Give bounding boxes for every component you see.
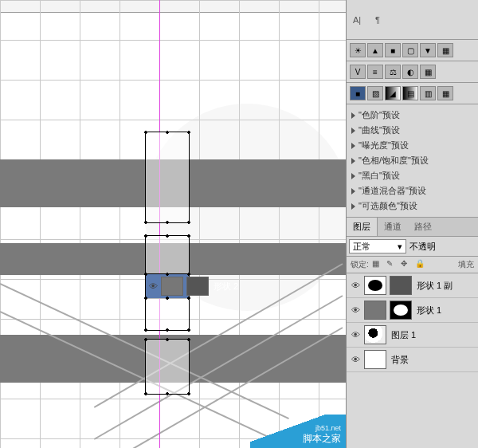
preset-item[interactable]: "可选颜色"预设: [347, 198, 478, 214]
visibility-eye-icon[interactable]: 👁: [350, 329, 361, 340]
adjustment-icon[interactable]: ■: [385, 43, 401, 57]
disclosure-triangle-icon: [351, 128, 355, 134]
collapsed-panel-tabs: A| ¶: [347, 0, 478, 40]
adjustments-row: V≡⚖◐▦: [347, 61, 478, 83]
preset-item[interactable]: "曝光度"预设: [347, 138, 478, 153]
layers-list: 👁形状 2👁形状 1 副👁形状 1👁图层 1👁背景: [347, 273, 478, 448]
panel-tab[interactable]: 通道: [378, 218, 408, 236]
layer-row[interactable]: 👁形状 1 副: [347, 273, 478, 298]
layer-mask-thumbnail[interactable]: [390, 276, 412, 295]
watermark-text: 脚本之家: [303, 432, 341, 446]
preset-label: "色阶"预设: [358, 109, 400, 121]
layer-thumbnail[interactable]: [364, 325, 386, 344]
fill-label: 填充: [458, 259, 474, 270]
panel-tab[interactable]: 图层: [347, 218, 378, 236]
adjustments-row: ■▨◢▤▥▦: [347, 83, 478, 104]
adjustment-presets: "色阶"预设"曲线"预设"曝光度"预设"色相/饱和度"预设"黑白"预设"通道混合…: [347, 104, 478, 218]
disclosure-triangle-icon: [351, 203, 355, 210]
preset-label: "曝光度"预设: [358, 140, 409, 151]
adjustment-icon[interactable]: ▨: [367, 86, 383, 100]
adjustment-icon[interactable]: ▦: [437, 86, 453, 100]
adjustment-icon[interactable]: V: [350, 65, 366, 79]
layer-thumbnail[interactable]: [364, 350, 386, 369]
panels-sidebar: A| ¶ ☀▲■▢▼▦ V≡⚖◐▦ ■▨◢▤▥▦ "色阶"预设"曲线"预设"曝光…: [346, 0, 478, 448]
watermark: jb51.net 脚本之家: [250, 415, 346, 448]
layer-row[interactable]: 👁图层 1: [347, 323, 478, 348]
layer-row[interactable]: 👁形状 1: [347, 298, 478, 323]
layer-thumbnail[interactable]: [364, 301, 386, 320]
lock-transparency-icon[interactable]: ▦: [372, 259, 383, 270]
adjustment-icon[interactable]: ▥: [420, 86, 436, 100]
preset-label: "可选颜色"预设: [358, 200, 417, 212]
adjustment-icon[interactable]: ▤: [402, 86, 418, 100]
lock-position-icon[interactable]: ✥: [401, 259, 412, 270]
disclosure-triangle-icon: [351, 112, 355, 119]
adjustment-icon[interactable]: ▦: [437, 43, 453, 57]
preset-item[interactable]: "黑白"预设: [347, 168, 478, 183]
disclosure-triangle-icon: [351, 173, 355, 179]
chevron-down-icon: ▾: [398, 242, 402, 252]
character-panel-icon[interactable]: A|: [349, 12, 365, 28]
shape-selection[interactable]: [145, 132, 190, 223]
disclosure-triangle-icon: [351, 158, 355, 164]
layer-name[interactable]: 图层 1: [391, 329, 416, 341]
lock-all-icon[interactable]: 🔒: [415, 259, 426, 270]
adjustment-icon[interactable]: ■: [350, 86, 366, 100]
layer-name[interactable]: 形状 1 副: [417, 280, 453, 292]
panel-tab[interactable]: 路径: [408, 218, 438, 236]
adjustment-icon[interactable]: ▲: [367, 43, 383, 57]
shape-selection[interactable]: [145, 339, 190, 395]
watermark-url: jb51.net: [315, 424, 341, 432]
layer-thumbnail[interactable]: [364, 276, 386, 295]
disclosure-triangle-icon: [351, 143, 355, 149]
paragraph-panel-icon[interactable]: ¶: [370, 12, 386, 28]
adjustment-icon[interactable]: ⚖: [385, 65, 401, 79]
lock-row: 锁定: ▦ ✎ ✥ 🔒 填充: [347, 257, 478, 273]
blend-mode-select[interactable]: 正常▾: [349, 239, 406, 253]
adjustment-icon[interactable]: ▼: [420, 43, 436, 57]
preset-label: "曲线"预设: [358, 124, 400, 136]
adjustment-icon[interactable]: ▦: [420, 65, 436, 79]
preset-item[interactable]: "曲线"预设: [347, 123, 478, 138]
opacity-label: 不透明: [409, 241, 436, 253]
adjustment-icon[interactable]: ◢: [385, 86, 401, 100]
visibility-eye-icon[interactable]: 👁: [350, 280, 361, 291]
preset-label: "黑白"预设: [358, 170, 400, 182]
blend-mode-row: 正常▾ 不透明: [347, 237, 478, 257]
adjustment-icon[interactable]: ≡: [367, 65, 383, 79]
visibility-eye-icon[interactable]: 👁: [350, 354, 361, 365]
layer-name[interactable]: 形状 1: [417, 305, 441, 316]
adjustment-icon[interactable]: ◐: [402, 65, 418, 79]
blend-mode-value: 正常: [353, 241, 370, 253]
lock-pixels-icon[interactable]: ✎: [386, 259, 398, 270]
disclosure-triangle-icon: [351, 188, 355, 195]
preset-label: "通道混合器"预设: [358, 185, 426, 197]
adjustment-icon[interactable]: ☀: [350, 43, 366, 57]
layer-name[interactable]: 背景: [391, 354, 409, 366]
adjustments-row: ☀▲■▢▼▦: [347, 40, 478, 61]
lock-label: 锁定:: [351, 259, 369, 270]
visibility-eye-icon[interactable]: 👁: [350, 305, 361, 316]
preset-item[interactable]: "色阶"预设: [347, 108, 478, 123]
layer-mask-thumbnail[interactable]: [390, 301, 412, 320]
preset-label: "色相/饱和度"预设: [358, 155, 429, 167]
layer-row[interactable]: 👁背景: [347, 348, 478, 372]
adjustment-icon[interactable]: ▢: [402, 43, 418, 57]
document-canvas[interactable]: jb51.net 脚本之家: [0, 0, 346, 448]
preset-item[interactable]: "通道混合器"预设: [347, 183, 478, 198]
layers-panel-tabs: 图层通道路径: [347, 218, 478, 237]
preset-item[interactable]: "色相/饱和度"预设: [347, 153, 478, 168]
